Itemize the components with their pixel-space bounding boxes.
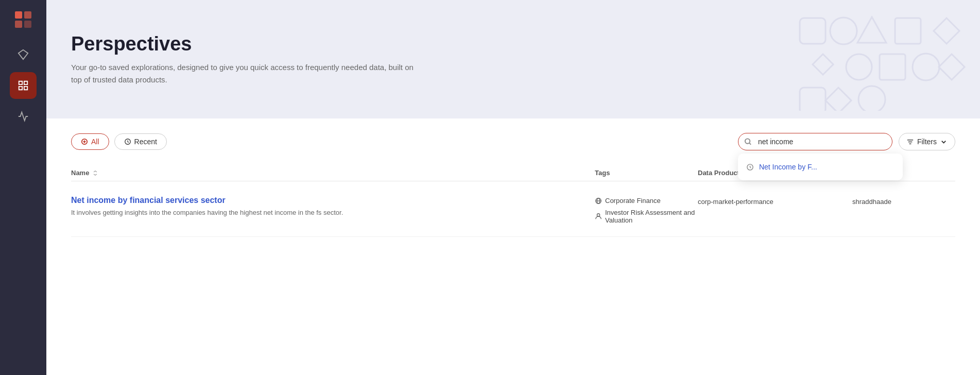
all-icon <box>81 138 88 145</box>
svg-marker-6 <box>857 17 886 43</box>
svg-rect-0 <box>15 11 22 19</box>
filters-label: Filters <box>917 138 937 146</box>
filter-right: Net Income by F... Filters <box>738 133 955 150</box>
sidebar-item-activity[interactable] <box>10 103 37 130</box>
hero-section: Perspectives Your go-to saved exploratio… <box>46 0 980 118</box>
data-product-col: corp-market-performance <box>698 196 852 206</box>
svg-point-27 <box>597 214 599 216</box>
svg-marker-14 <box>826 88 851 111</box>
svg-rect-10 <box>880 54 905 80</box>
page-description: Your go-to saved explorations, designed … <box>71 61 421 86</box>
col-tags-header: Tags <box>595 169 698 177</box>
app-logo <box>12 8 35 31</box>
search-wrapper: Net Income by F... <box>738 133 892 150</box>
svg-point-11 <box>913 54 939 80</box>
svg-rect-13 <box>800 88 826 111</box>
svg-marker-12 <box>939 54 965 80</box>
tag-label-0: Corporate Finance <box>605 197 661 204</box>
chevron-down-icon <box>940 138 948 146</box>
tags-col: Corporate Finance Investor Risk Assessme… <box>595 196 698 228</box>
filter-left: All Recent <box>71 133 167 150</box>
svg-point-18 <box>745 139 750 143</box>
row-description: It involves getting insights into the co… <box>71 208 584 218</box>
recent-label: Recent <box>134 138 157 146</box>
col-name-header: Name <box>71 169 595 177</box>
content-area: All Recent <box>46 118 980 375</box>
recent-icon <box>124 138 131 145</box>
tag-corporate-finance: Corporate Finance <box>595 197 698 204</box>
svg-rect-9 <box>846 54 872 80</box>
row-title[interactable]: Net income by financial services sector <box>71 196 584 205</box>
svg-rect-3 <box>24 21 31 28</box>
svg-point-15 <box>858 86 885 111</box>
recent-filter-button[interactable]: Recent <box>114 133 167 150</box>
svg-point-5 <box>830 18 857 44</box>
svg-rect-7 <box>895 18 921 44</box>
filter-bar: All Recent <box>71 133 955 150</box>
svg-line-19 <box>749 143 751 145</box>
globe-icon <box>595 197 602 204</box>
sort-icon[interactable] <box>92 170 98 176</box>
search-icon <box>744 138 752 146</box>
all-filter-button[interactable]: All <box>71 133 109 150</box>
tag-label-1: Investor Risk Assessment and Valuation <box>605 209 698 224</box>
search-dropdown: Net Income by F... <box>738 154 903 180</box>
svg-rect-1 <box>24 11 31 19</box>
dropdown-item-label: Net Income by F... <box>759 163 817 171</box>
person-icon <box>595 213 602 220</box>
filter-icon <box>906 138 914 146</box>
owner-col: shraddhaade <box>852 196 955 206</box>
sidebar-item-perspectives[interactable] <box>10 72 37 99</box>
filters-button[interactable]: Filters <box>899 133 955 150</box>
table-row: Net income by financial services sector … <box>71 187 955 237</box>
sidebar <box>0 0 46 375</box>
row-name-col: Net income by financial services sector … <box>71 196 595 218</box>
all-label: All <box>91 138 99 146</box>
clock-icon <box>746 163 754 171</box>
svg-marker-8 <box>813 54 833 75</box>
search-input[interactable] <box>738 133 892 150</box>
sidebar-item-diamond[interactable] <box>10 41 37 68</box>
hero-background-icons <box>784 0 980 118</box>
svg-rect-2 <box>15 21 22 28</box>
tag-investor-risk: Investor Risk Assessment and Valuation <box>595 209 698 224</box>
dropdown-item-net-income[interactable]: Net Income by F... <box>738 158 903 176</box>
svg-rect-4 <box>800 18 826 44</box>
main-content: Perspectives Your go-to saved exploratio… <box>46 0 980 375</box>
